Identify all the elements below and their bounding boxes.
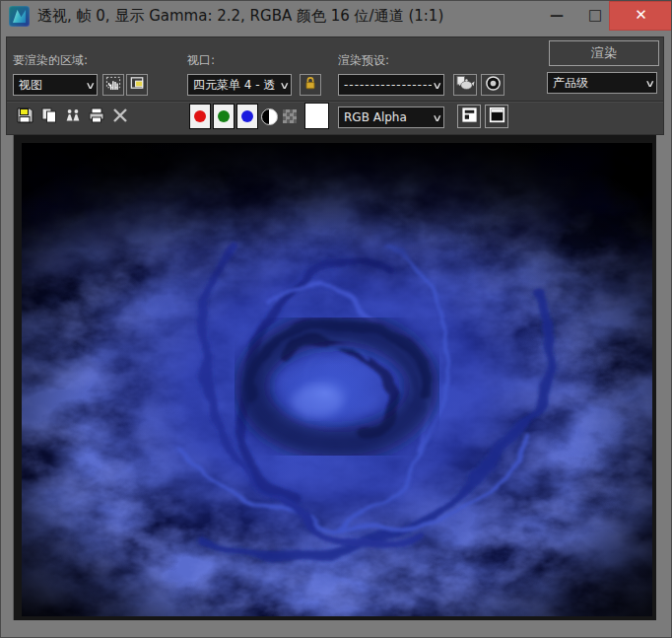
ui-window-icon xyxy=(488,106,506,128)
clear-color-swatch[interactable] xyxy=(304,103,329,129)
minimize-button[interactable]: — xyxy=(538,1,575,31)
copy-image-button[interactable] xyxy=(38,106,60,128)
red-channel-icon xyxy=(194,110,206,122)
printer-icon xyxy=(88,106,105,128)
chevron-down-icon: ∨ xyxy=(432,112,442,123)
environment-sphere-icon xyxy=(485,75,502,96)
render-preset-select[interactable]: -------------------- ∨ xyxy=(338,74,444,96)
auto-region-button[interactable] xyxy=(126,74,148,96)
alpha-channel-button[interactable] xyxy=(283,109,297,123)
toolbar-row-separator xyxy=(7,101,663,103)
render-button[interactable]: 渲染 xyxy=(549,40,659,66)
display-channel-select[interactable]: RGB Alpha ∨ xyxy=(338,106,444,128)
edit-region-button[interactable] xyxy=(102,74,124,96)
3dsmax-app-icon xyxy=(9,6,30,27)
print-image-button[interactable] xyxy=(86,106,107,128)
copy-icon xyxy=(40,106,58,128)
render-preset-label: 渲染预设: xyxy=(338,52,389,69)
chevron-down-icon: ∨ xyxy=(279,80,290,91)
title-bar: 透视, 帧 0, 显示 Gamma: 2.2, RGBA 颜色 16 位/通道 … xyxy=(1,1,671,33)
clone-figures-icon xyxy=(64,106,82,128)
render-setup-button[interactable] xyxy=(453,74,477,96)
monochrome-channel-button[interactable] xyxy=(261,108,278,125)
render-frame-window: 透视, 帧 0, 显示 Gamma: 2.2, RGBA 颜色 16 位/通道 … xyxy=(0,0,672,638)
area-to-render-label: 要渲染的区域: xyxy=(13,52,88,69)
viewport-label: 视口: xyxy=(187,52,215,69)
area-to-render-value: 视图 xyxy=(19,75,85,95)
clone-window-button[interactable] xyxy=(62,106,84,128)
save-image-button[interactable] xyxy=(14,106,35,128)
render-mode-select[interactable]: 产品级 ∨ xyxy=(547,72,657,94)
chevron-down-icon: ∨ xyxy=(85,80,96,91)
auto-region-icon xyxy=(129,75,146,96)
blue-channel-icon xyxy=(241,110,253,122)
window-title: 透视, 帧 0, 显示 Gamma: 2.2, RGBA 颜色 16 位/通道 … xyxy=(37,1,443,33)
lock-icon xyxy=(302,75,318,95)
render-setup-teapot-icon xyxy=(456,75,475,95)
green-channel-button[interactable] xyxy=(213,104,235,129)
viewport-lock-button[interactable] xyxy=(300,74,321,96)
clear-x-icon xyxy=(111,106,129,128)
blue-channel-button[interactable] xyxy=(236,104,258,129)
red-channel-button[interactable] xyxy=(189,104,211,129)
chevron-down-icon: ∨ xyxy=(432,80,442,91)
vortex-render xyxy=(22,143,652,616)
toggle-ui-overlays-button[interactable] xyxy=(457,105,481,128)
display-channel-value: RGB Alpha xyxy=(344,107,432,127)
rfw-toolbar: 要渲染的区域: 视口: 渲染预设: 视图 ∨ xyxy=(6,36,664,135)
toggle-ui-button[interactable] xyxy=(485,105,508,128)
render-mode-value: 产品级 xyxy=(553,73,644,93)
render-preset-value: -------------------- xyxy=(344,75,432,95)
environment-effects-button[interactable] xyxy=(481,74,504,96)
chevron-down-icon: ∨ xyxy=(644,78,655,89)
maximize-button[interactable]: □ xyxy=(578,1,612,31)
edit-region-icon xyxy=(105,75,122,96)
rendered-image xyxy=(22,143,652,616)
area-to-render-select[interactable]: 视图 ∨ xyxy=(13,74,98,96)
viewport-select[interactable]: 四元菜单 4 - 透 ∨ xyxy=(187,74,292,96)
ui-overlays-icon xyxy=(460,106,479,128)
image-display-zone xyxy=(13,135,656,620)
close-button[interactable]: ✕ xyxy=(609,1,672,31)
green-channel-icon xyxy=(218,110,230,122)
save-icon xyxy=(16,106,34,128)
viewport-value: 四元菜单 4 - 透 xyxy=(193,75,279,95)
clear-image-button[interactable] xyxy=(109,106,131,128)
